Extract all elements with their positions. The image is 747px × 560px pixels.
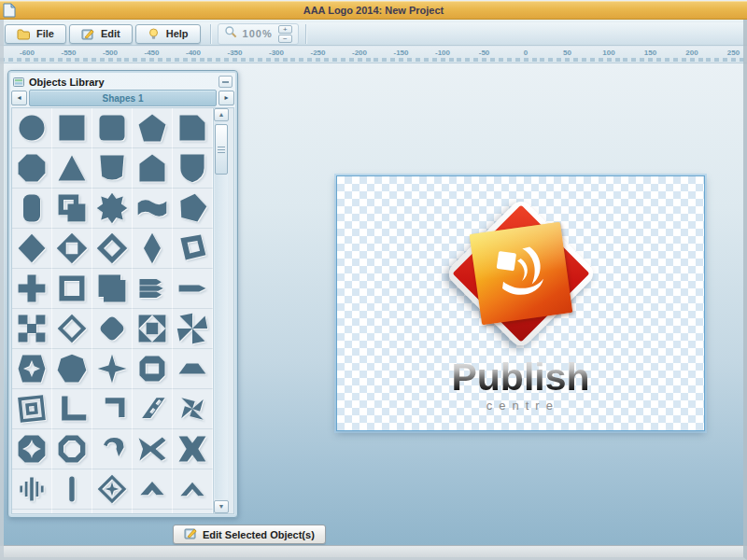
shape-item-rounded-trapezoid[interactable] [92, 148, 133, 189]
shape-item-equalizer-diamond[interactable] [12, 469, 52, 510]
shape-item-corner-l[interactable] [52, 389, 92, 429]
logo-orange-square [469, 222, 572, 326]
shape-item-pointed-bar[interactable] [173, 269, 213, 309]
shape-item-cut-corner-square[interactable] [173, 108, 213, 148]
shape-item-concentric-squares[interactable] [12, 389, 52, 429]
shape-item-tilted-pentagon[interactable] [173, 189, 213, 229]
next-category-button[interactable]: ▸ [218, 91, 234, 105]
shape-item-curved-four-star[interactable] [12, 429, 52, 469]
shape-item-four-point-star[interactable] [92, 349, 133, 389]
prev-category-button[interactable]: ◂ [11, 91, 27, 105]
shape-item-square-outline[interactable] [52, 269, 92, 309]
category-selector[interactable]: Shapes 1 [29, 90, 217, 106]
minimize-icon [222, 81, 229, 83]
ruler-label: -200 [352, 49, 367, 57]
ruler-label: -450 [144, 49, 159, 57]
shape-item-hook[interactable] [92, 429, 133, 469]
category-selector-row: ◂ Shapes 1 ▸ [11, 91, 234, 105]
shape-item-chevron[interactable] [173, 469, 213, 510]
shape-item-pinwheel[interactable] [173, 309, 213, 349]
shape-item-diamond-outline[interactable] [52, 309, 92, 349]
category-label: Shapes 1 [103, 93, 144, 104]
design-canvas[interactable]: Publish centre [336, 175, 705, 431]
shape-item-shield[interactable] [173, 148, 213, 189]
shape-item-vertical-bar[interactable] [52, 469, 92, 510]
shape-item-plus-cross[interactable] [12, 269, 52, 309]
pencil-icon [81, 28, 94, 40]
shape-item-diamond-star-hole[interactable] [92, 469, 133, 510]
shape-item-circle[interactable] [12, 108, 52, 148]
shape-item-mountain-arrow[interactable] [133, 469, 173, 510]
scroll-down-button[interactable]: ▼ [214, 500, 229, 513]
shape-item-ninja-star[interactable] [173, 389, 213, 429]
edit-selected-button[interactable]: Edit Selected Object(s) [173, 525, 326, 544]
ruler-label: -400 [186, 49, 201, 57]
shapes-grid [12, 108, 213, 513]
ruler-label: -50 [479, 49, 490, 57]
shape-item-heptagon[interactable] [52, 349, 92, 389]
scrollbar-thumb[interactable] [215, 124, 228, 175]
shape-item-narrow-diamond[interactable] [133, 229, 173, 269]
shape-item-diamond[interactable] [12, 229, 52, 269]
shape-item-flag-triangle[interactable] [92, 510, 133, 514]
collapse-panel-button[interactable] [218, 76, 233, 88]
shape-item-square[interactable] [52, 108, 92, 148]
shape-item-pill-rectangle[interactable] [12, 189, 52, 229]
zoom-out-button[interactable]: − [278, 35, 292, 43]
shape-item-triangle[interactable] [52, 148, 92, 189]
lightbulb-icon [148, 28, 160, 40]
shape-item-overlapping-squares[interactable] [52, 189, 92, 229]
ruler-label: 100 [602, 49, 614, 57]
shape-item-eight-point-star[interactable] [92, 189, 133, 229]
shape-item-pinwheel-square[interactable] [133, 309, 173, 349]
magnifier-icon [224, 25, 237, 42]
status-bar [0, 545, 747, 560]
ruler-label: -550 [61, 49, 76, 57]
shape-item-bold-x[interactable] [173, 429, 213, 469]
shape-item-double-u[interactable] [173, 510, 213, 514]
scrollbar-track[interactable] [215, 122, 228, 499]
shape-item-v-notch[interactable] [52, 510, 92, 514]
shape-item-double-check[interactable] [133, 510, 173, 514]
file-button[interactable]: File [5, 24, 66, 44]
shape-item-pentagon-house[interactable] [133, 148, 173, 189]
shape-item-corner-bracket[interactable] [92, 389, 133, 429]
zoom-control: 100% + − [218, 23, 299, 45]
shape-item-octagon-ring[interactable] [52, 429, 92, 469]
shape-item-wavy-banner[interactable] [133, 189, 173, 229]
shape-item-rounded-diamond[interactable] [92, 309, 133, 349]
title-bar[interactable]: AAA Logo 2014: New Project [0, 0, 747, 20]
edit-button-label: Edit [101, 28, 120, 39]
shape-item-rounded-square[interactable] [92, 108, 133, 148]
edit-button[interactable]: Edit [69, 24, 133, 44]
shape-item-octagon-square-hole[interactable] [133, 349, 173, 389]
shape-item-pentagon[interactable] [133, 108, 173, 148]
shape-item-folded-square-hole[interactable] [173, 229, 213, 269]
shape-item-diamond-square-hole[interactable] [52, 229, 92, 269]
edit-selected-label: Edit Selected Object(s) [203, 529, 315, 540]
shapes-scrollbar[interactable]: ▲ ▼ [213, 108, 229, 513]
help-button[interactable]: Help [135, 24, 201, 44]
logo-subtext: centre [486, 399, 559, 413]
shape-item-octagon[interactable] [12, 148, 52, 189]
zoom-in-button[interactable]: + [278, 25, 292, 34]
ruler-label: -600 [20, 49, 35, 57]
ruler-label: -350 [227, 49, 242, 57]
shape-item-slashed-parallelogram[interactable] [133, 389, 173, 429]
shape-item-star-hole-blob[interactable] [12, 349, 52, 389]
help-button-label: Help [166, 28, 189, 39]
shape-item-stepped-square[interactable] [92, 269, 133, 309]
window-title: AAA Logo 2014: New Project [0, 5, 747, 16]
shape-item-checkerboard[interactable] [12, 309, 52, 349]
shape-item-triple-arrow-stripes[interactable] [133, 269, 173, 309]
shape-item-diamond-diamond-hole[interactable] [92, 229, 133, 269]
shape-item-trapezoid[interactable] [173, 349, 213, 389]
toolbar-separator [305, 24, 306, 44]
ruler-label: 50 [563, 49, 571, 57]
scroll-up-button[interactable]: ▲ [214, 108, 229, 121]
logo-text: Publish [451, 356, 589, 399]
shape-item-bowtie[interactable] [133, 429, 173, 469]
ruler-label: -250 [310, 49, 325, 57]
ruler-label: -500 [103, 49, 118, 57]
shape-item-w-shape[interactable] [12, 510, 52, 514]
